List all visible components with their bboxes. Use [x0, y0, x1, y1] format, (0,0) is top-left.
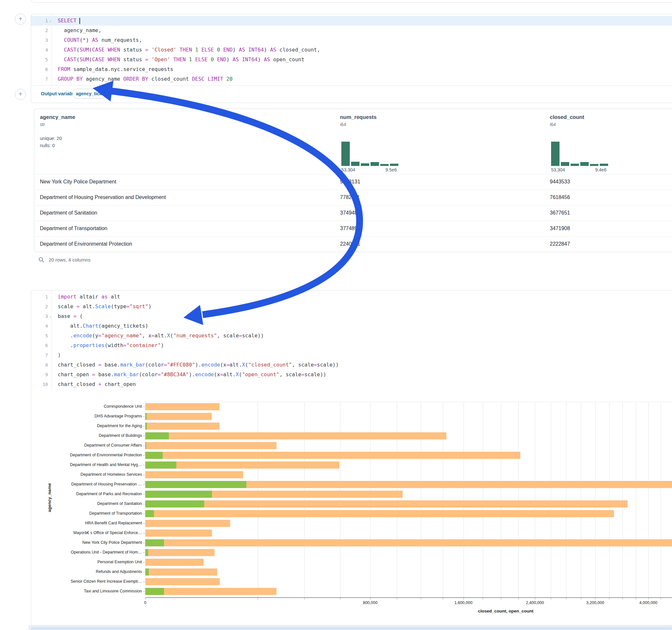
x-axis-title: closed_count, open_count — [478, 609, 533, 613]
fold-chevron-icon[interactable]: ⌄ — [49, 16, 54, 25]
python-code-editor[interactable]: 1import altair as alt2scale = alt.Scale(… — [31, 292, 672, 389]
previous-cell-border — [31, 0, 672, 3]
code-text: agency_name, — [58, 26, 101, 35]
histogram-bar — [341, 142, 350, 166]
row-divider — [35, 221, 672, 221]
code-text: chart_open = base.mark_bar(color="#8BC34… — [58, 370, 327, 380]
table-cell: 3471908 — [550, 221, 570, 236]
table-cell: 9443533 — [550, 174, 570, 190]
line-number: 3 — [31, 35, 48, 45]
table-row[interactable]: New York City Police Department945313194… — [34, 174, 672, 190]
table-cell: 3677651 — [550, 205, 570, 221]
line-number: 4 — [31, 45, 48, 55]
code-text: .properties(width="container") — [58, 341, 164, 350]
histogram-bar — [590, 164, 598, 166]
line-number: 6 — [31, 65, 48, 74]
search-icon[interactable] — [38, 257, 45, 263]
code-text: FROM sample_data.nyc.service_requests — [58, 65, 173, 74]
table-cell: 3749485 — [340, 205, 360, 221]
code-line[interactable]: 3⌄base = ( — [31, 311, 672, 321]
column-type: i64 — [550, 122, 584, 127]
code-line[interactable]: 5 CAST(SUM(CASE WHEN status = 'Open' THE… — [31, 55, 672, 65]
output-variable-badge[interactable]: agency_tickets — [72, 89, 107, 98]
code-text: CAST(SUM(CASE WHEN status = 'Closed' THE… — [58, 45, 320, 55]
fold-chevron-icon[interactable]: ⌄ — [49, 311, 54, 321]
column-header-closed-count[interactable]: closed_count i64 53,304 9.4e6 — [550, 114, 584, 127]
histogram-min-label: 53,304 — [341, 167, 355, 172]
line-number: 7 — [31, 350, 48, 360]
line-number: 2 — [31, 26, 48, 35]
cell-divider — [31, 85, 672, 86]
line-number: 2 — [31, 302, 48, 311]
code-line[interactable]: 2 agency_name, — [31, 26, 672, 35]
code-line[interactable]: 5 .encode(y="agency_name", x=alt.X("num_… — [31, 331, 672, 341]
code-line[interactable]: 1import altair as alt — [31, 292, 672, 302]
code-line[interactable]: 4 CAST(SUM(CASE WHEN status = 'Closed' T… — [31, 45, 672, 55]
code-line[interactable]: 6FROM sample_data.nyc.service_requests — [31, 65, 672, 74]
table-cell: Department of Transportation — [40, 221, 107, 236]
sql-cell: 1⌄SELECT 2 agency_name,3 COUNT(*) AS num… — [31, 14, 672, 103]
code-text: scale = alt.Scale(type="sqrt") — [58, 302, 151, 311]
histogram-bar — [390, 164, 399, 166]
line-number: 5 — [31, 55, 48, 65]
histogram-bar — [551, 142, 559, 166]
closed-count-histogram — [551, 142, 609, 166]
code-text: .encode(y="agency_name", x=alt.X("num_re… — [58, 331, 264, 341]
column-title: closed_count — [550, 114, 584, 120]
code-line[interactable]: 3 COUNT(*) AS num_requests, — [31, 35, 672, 45]
histogram-bar — [380, 164, 389, 166]
num-requests-histogram — [341, 142, 400, 166]
code-text: chart_closed = base.mark_bar(color="#FFC… — [58, 360, 339, 370]
column-stat-nulls: nulls: 0 — [40, 142, 75, 149]
table-row[interactable]: Department of Transportation377489234719… — [34, 221, 672, 236]
table-cell: 9453131 — [340, 174, 360, 190]
table-cell: New York City Police Department — [40, 174, 116, 190]
line-number: 1 — [31, 292, 48, 302]
code-line[interactable]: 2scale = alt.Scale(type="sqrt") — [31, 302, 672, 311]
table-row[interactable]: Department of Housing Preservation and D… — [34, 190, 672, 205]
column-header-num-requests[interactable]: num_requests i64 53,304 9.5e6 — [340, 114, 377, 127]
line-number: 3 — [31, 311, 48, 321]
y-axis-title: agency_name — [47, 468, 52, 527]
code-line[interactable]: 8chart_closed = base.mark_bar(color="#FF… — [31, 360, 672, 370]
next-cell-top-edge[interactable] — [31, 627, 672, 630]
line-number: 10 — [31, 380, 48, 389]
result-table-card: agency_name str unique: 20 nulls: 0 num_… — [34, 108, 672, 252]
code-line[interactable]: 1⌄SELECT — [31, 16, 672, 26]
add-cell-button-middle[interactable]: + — [15, 89, 26, 100]
histogram-bar — [361, 163, 369, 166]
table-row[interactable]: Department of Environmental Protection22… — [34, 236, 672, 252]
code-line[interactable]: 9chart_open = base.mark_bar(color="#8BC3… — [31, 370, 672, 380]
column-header-agency[interactable]: agency_name str unique: 20 nulls: 0 — [40, 114, 75, 149]
code-line[interactable]: 4 alt.Chart(agency_tickets) — [31, 321, 672, 331]
sql-code-editor[interactable]: 1⌄SELECT 2 agency_name,3 COUNT(*) AS num… — [31, 16, 672, 84]
line-number: 8 — [31, 360, 48, 370]
table-cell: Department of Sanitation — [40, 205, 97, 221]
line-number: 4 — [31, 321, 48, 331]
table-row[interactable]: Department of Sanitation37494853677651 — [34, 205, 672, 221]
code-line[interactable]: 7) — [31, 350, 672, 360]
histogram-bar — [370, 162, 379, 166]
code-line[interactable]: 6 .properties(width="container") — [31, 341, 672, 350]
table-cell: 3774892 — [340, 221, 360, 236]
histogram-bar — [580, 162, 589, 166]
row-divider — [35, 205, 672, 205]
line-number: 1 — [31, 16, 48, 26]
column-type: str — [40, 122, 75, 127]
row-divider — [35, 236, 672, 237]
code-text: base = ( — [58, 311, 83, 321]
line-number: 6 — [31, 341, 48, 350]
code-line[interactable]: 7GROUP BY agency_name ORDER BY closed_co… — [31, 74, 672, 84]
line-number: 9 — [31, 370, 48, 380]
line-number: 5 — [31, 331, 48, 341]
table-cell: Department of Environmental Protection — [40, 236, 132, 252]
add-cell-button-top[interactable]: + — [15, 14, 26, 25]
histogram-bar — [600, 164, 608, 166]
column-title: num_requests — [340, 114, 377, 120]
code-line[interactable]: 10chart_closed + chart_open — [31, 380, 672, 389]
code-text: CAST(SUM(CASE WHEN status = 'Open' THEN … — [58, 55, 304, 65]
line-number: 7 — [31, 74, 48, 84]
code-text: COUNT(*) AS num_requests, — [58, 35, 142, 45]
row-divider — [35, 190, 672, 190]
column-type: i64 — [340, 122, 377, 127]
